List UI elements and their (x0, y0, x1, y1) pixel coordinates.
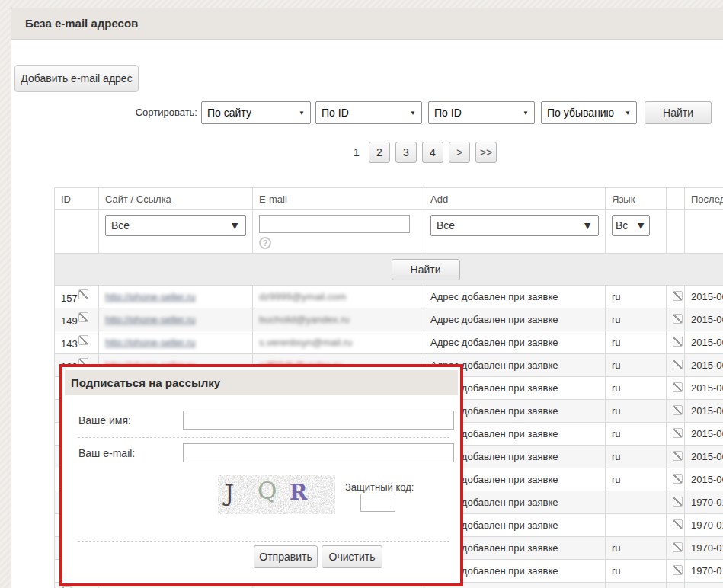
page-button-3[interactable]: 3 (395, 142, 417, 163)
add-email-button[interactable]: Добавить e-mail адрес (14, 65, 139, 92)
edit-icon[interactable] (673, 291, 683, 301)
edit-icon[interactable] (673, 428, 683, 438)
divider (78, 437, 449, 438)
captcha-letter: R (290, 480, 307, 505)
last-date: 2015-06 (685, 583, 723, 588)
sort-select-id-2[interactable]: По ID ▼ (428, 101, 535, 124)
edit-icon[interactable] (673, 565, 683, 575)
captcha-letter: J (225, 480, 234, 507)
last-date: 2015-06 (685, 308, 723, 331)
sort-select-site[interactable]: По сайту ▼ (201, 101, 311, 124)
edit-icon[interactable] (78, 312, 88, 322)
filter-lang-select[interactable]: Вс ▼ (612, 215, 650, 236)
captcha-letter: Q (258, 477, 277, 504)
chevron-down-icon: ▼ (410, 110, 416, 117)
row-id: 149 (61, 315, 78, 327)
language-value (606, 514, 667, 537)
edit-icon[interactable] (673, 382, 683, 392)
last-date: 2015-06 (685, 423, 723, 446)
code-label: Защитный код: (345, 481, 414, 493)
chevron-down-icon: ▼ (299, 110, 305, 117)
page-last-button[interactable]: >> (475, 142, 497, 163)
col-header-email: E-mail (253, 188, 424, 210)
col-header-last: Послед (685, 188, 723, 210)
col-header-lang: Язык (606, 188, 667, 210)
page-button-2[interactable]: 2 (369, 142, 390, 163)
language-value: ru (606, 331, 667, 354)
sort-find-button[interactable]: Найти (645, 101, 712, 124)
email-value: bucholid@yandex.ru (259, 314, 350, 325)
last-date: 1970-01 (685, 560, 723, 583)
edit-icon[interactable] (673, 337, 683, 347)
language-value: ru (606, 377, 667, 400)
edit-icon[interactable] (673, 497, 683, 507)
language-value (606, 491, 667, 514)
page-title: Беза e-mail адресов (11, 8, 723, 40)
col-header-site: Сайт / Ссылка (99, 188, 253, 210)
last-date: 2015-06 (685, 400, 723, 423)
modal-title: Подписаться на рассылку (65, 370, 458, 395)
chevron-down-icon: ▼ (635, 219, 646, 232)
last-date: 2015-06 (685, 354, 723, 377)
language-value: ru (606, 560, 667, 583)
name-input[interactable] (183, 411, 454, 430)
table-find-button[interactable]: Найти (392, 259, 460, 280)
last-date: 2015-06 (685, 446, 723, 468)
add-comment: Адрес добавлен при заявке (424, 308, 606, 331)
chevron-down-icon: ▼ (625, 110, 631, 117)
language-value: ru (606, 423, 667, 446)
edit-icon[interactable] (673, 519, 683, 529)
page-next-button[interactable]: > (449, 142, 470, 163)
language-value: ru (606, 286, 667, 308)
edit-icon[interactable] (673, 451, 683, 461)
email-value: dz9999@ymail.com (259, 291, 346, 302)
page-button-4[interactable]: 4 (422, 142, 443, 163)
last-date: 1970-01 (685, 491, 723, 514)
site-link[interactable]: http://phone-seller.ru (105, 314, 196, 325)
col-header-add: Add (424, 188, 606, 210)
edit-icon[interactable] (673, 474, 683, 484)
table-row: 143 http://phone-seller.ru s.verenbsyn@m… (55, 331, 723, 354)
clear-button[interactable]: Очистить (322, 545, 382, 568)
add-comment: Адрес добавлен при заявке (424, 331, 606, 354)
edit-icon[interactable] (673, 405, 683, 415)
code-input[interactable] (360, 494, 395, 512)
sort-select-order[interactable]: По убыванию ▼ (541, 101, 637, 124)
table-row: 149 http://phone-seller.ru bucholid@yand… (55, 308, 723, 331)
pagination: 1 2 3 4 > >> (350, 142, 497, 163)
chevron-down-icon: ▼ (523, 110, 529, 117)
last-date: 2015-06 (685, 331, 723, 354)
filter-site-select[interactable]: Все ▼ (105, 215, 246, 236)
email-value: s.verenbsyn@mail.ru (259, 337, 352, 348)
edit-icon[interactable] (78, 289, 88, 299)
edit-icon[interactable] (673, 542, 683, 552)
row-id: 143 (61, 338, 78, 350)
col-header-id: ID (55, 188, 99, 210)
language-value: ru (606, 400, 667, 423)
row-id: 157 (61, 292, 78, 304)
last-date: 2015-06 (685, 377, 723, 400)
filter-add-select[interactable]: Все ▼ (430, 215, 599, 236)
table-filter-row: Все ▼ ? Все ▼ Вс (55, 210, 723, 254)
submit-button[interactable]: Отправить (254, 545, 318, 568)
sort-select-id-1[interactable]: По ID ▼ (315, 101, 422, 124)
email-input[interactable] (183, 443, 454, 462)
last-date: 1970-01 (685, 537, 723, 560)
edit-icon[interactable] (78, 335, 88, 345)
language-value: ru (606, 308, 667, 331)
last-date: 1970-01 (685, 514, 723, 537)
chevron-down-icon: ▼ (582, 219, 593, 232)
site-link[interactable]: http://phone-seller.ru (105, 337, 196, 348)
help-icon[interactable]: ? (259, 237, 271, 249)
chevron-down-icon: ▼ (229, 219, 240, 232)
last-date: 2015-06 (685, 468, 723, 491)
edit-icon[interactable] (673, 360, 683, 369)
captcha-image: J Q R (218, 475, 335, 514)
add-comment: Адрес добавлен при заявке (424, 286, 606, 308)
filter-email-input[interactable] (259, 215, 410, 233)
email-label: Ваш e-mail: (78, 447, 135, 459)
edit-icon[interactable] (673, 314, 683, 324)
language-value: ru (606, 537, 667, 560)
divider (78, 541, 449, 542)
site-link[interactable]: http://phone-seller.ru (105, 291, 196, 302)
